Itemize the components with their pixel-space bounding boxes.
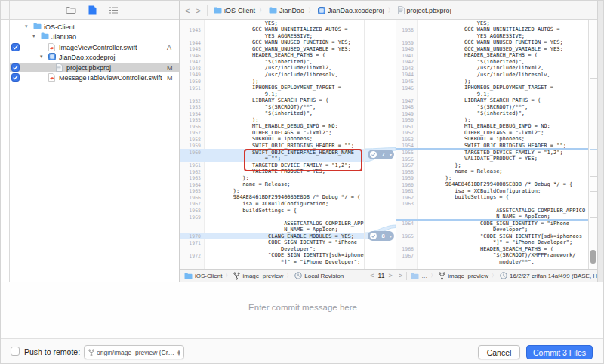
code-text: CODE_SIGN_IDENTITY = "iPhone: [420, 221, 569, 227]
file-checkbox[interactable]: [11, 73, 20, 82]
code-text: buildSettings = {: [420, 194, 509, 200]
check-circle-icon: [370, 151, 377, 158]
code-row: 1954 "$(inherited)",: [180, 110, 364, 117]
tree-item-imageviewcontroller-swift[interactable]: ImageViewController.swiftA: [10, 42, 179, 52]
commit-sheet: < > iOS-Client 〉 JianDao 〉 JianDao.xcode…: [0, 0, 604, 364]
code-row: 1961 isa = XCBuildConfiguration;: [396, 187, 588, 194]
file-checkbox[interactable]: [11, 43, 20, 51]
code-row: 1950 );: [396, 116, 588, 123]
code-row: 1955 );: [180, 116, 364, 123]
jump-bar-local[interactable]: iOS-Client 〉 image_preview 〉 Local Revis…: [184, 270, 344, 282]
back-arrow[interactable]: <: [185, 6, 190, 15]
file-checkbox[interactable]: [11, 63, 20, 72]
code-row: 1955 TARGETED_DEVICE_FAMILY = "1,2";: [396, 149, 588, 156]
code-row: 1952 LIBRARY_SEARCH_PATHS = (: [180, 97, 364, 104]
code-row: 1942 "$(inherited)",: [396, 58, 588, 65]
swift-icon: [48, 43, 55, 53]
change-badge-7[interactable]: 7 ▾: [368, 150, 394, 159]
code-text: YES_AGGRESSIVE;: [420, 33, 525, 39]
code-text: Developer";: [420, 227, 528, 233]
document-view-icon[interactable]: [86, 5, 98, 16]
code-text: /usr/include/libresolv,: [420, 72, 550, 78]
code-text: "$(SRCROOT)/**",: [208, 104, 316, 110]
code-row: 1948 "$(SRCROOT)/**",: [396, 103, 588, 110]
file-icon: [398, 6, 405, 14]
commit-message-placeholder: Enter commit message here: [1, 303, 604, 312]
code-row: YES;: [396, 20, 588, 26]
code-text: "$(SRCROOT)/**",: [420, 104, 528, 110]
code-text: /usr/include/libxml2,: [208, 65, 331, 71]
code-text: GCC_WARN_UNUSED_FUNCTION = YES;: [420, 39, 563, 45]
code-text: VALIDATE_PRODUCT = YES;: [420, 156, 538, 162]
next-change-button[interactable]: >: [388, 272, 392, 279]
status-badge: A: [167, 44, 171, 51]
code-text: };: [420, 175, 451, 181]
code-row: 1947 "$(inherited)",: [180, 58, 364, 65]
commit-button[interactable]: Commit 3 Files: [526, 345, 593, 359]
scrollbar[interactable]: [588, 20, 597, 269]
code-text: "$(SRCROOT)/XMPPFramework/: [420, 252, 576, 258]
code-row: 1972 "CODE_SIGN_IDENTITY[sdk=iphoneos: [180, 252, 364, 259]
code-row: 1958 SDKROOT = iphoneos;: [180, 136, 364, 143]
tree-item-jiandao-xcodeproj[interactable]: ▾JianDao.xcodeproj: [10, 52, 179, 62]
sidebar-toolbar: [65, 1, 119, 20]
diff-change-marker: [396, 219, 588, 221]
commit-message-field[interactable]: Enter commit message here: [1, 282, 604, 338]
code-text: GCC_WARN_UNUSED_VARIABLE = YES;: [208, 46, 351, 52]
code-text: ASSETCATALOG_COMPILER_APPICO: [208, 221, 365, 227]
tree-item-ios-client[interactable]: ▾iOS-Client: [10, 22, 179, 32]
chevron-right-icon[interactable]: >: [399, 272, 402, 279]
code-row: 1945 );: [396, 78, 588, 85]
push-to-remote-label: Push to remote:: [24, 347, 80, 356]
tree-item-jiandao[interactable]: ▾JianDao: [10, 32, 179, 42]
code-text: GCC_WARN_UNUSED_VARIABLE = YES;: [420, 46, 563, 52]
folder-view-icon[interactable]: [65, 5, 77, 16]
tree-item-messagetableviewcontroller-swift[interactable]: MessageTableViewController.swiftM: [10, 72, 179, 82]
tree-item-label: JianDao: [51, 33, 76, 41]
sidebar-right-border: [179, 1, 180, 282]
change-navigator: < 11 >: [365, 270, 397, 282]
code-row: 1957 };: [396, 162, 588, 168]
tree-item-project-pbxproj[interactable]: project.pbxprojM: [10, 63, 179, 72]
forward-arrow[interactable]: >: [196, 6, 200, 15]
code-row: 1966 HEADER_SEARCH_PATHS = (: [396, 245, 588, 252]
folder-icon: [33, 23, 42, 31]
code-text: );: [208, 79, 258, 85]
tree-item-label: iOS-Client: [44, 23, 75, 31]
cancel-button[interactable]: Cancel: [478, 345, 520, 359]
scrollbar-thumb[interactable]: [590, 250, 596, 264]
code-text: *]" = "iPhone Developer";: [420, 239, 572, 245]
breadcrumb-item-ios-client[interactable]: iOS-Client: [214, 7, 255, 14]
breadcrumb-item-pbxproj[interactable]: project.pbxproj: [398, 6, 451, 14]
jump-bar-base[interactable]: > … 〉 image_preview 〉 16/2/27 crifan 14a…: [399, 270, 604, 282]
code-row: N_NAME = AppIcon;: [180, 227, 364, 233]
remote-branch-popup[interactable]: origin/image_preview (Cr… ▲▼: [84, 345, 184, 359]
code-text: "$(inherited)",: [420, 59, 525, 65]
code-text: );: [420, 117, 470, 123]
push-to-remote-checkbox[interactable]: [11, 347, 20, 356]
breadcrumb-separator: 〉: [307, 6, 315, 14]
change-badge-8[interactable]: 8 ▾: [368, 231, 394, 241]
list-view-icon[interactable]: [107, 5, 119, 16]
code-text: ASSETCATALOG_COMPILER_APPICO: [420, 208, 585, 214]
chevron-down-icon: ▾: [390, 152, 392, 157]
diff-pane-local[interactable]: YES;1943 GCC_WARN_UNINITIALIZED_AUTOS = …: [180, 20, 365, 269]
disclosure-triangle-icon[interactable]: ▾: [40, 54, 43, 60]
code-text: CLANG_ENABLE_MODULES = YES;: [208, 233, 354, 239]
diff-pane-base[interactable]: YES;1938 GCC_WARN_UNINITIALIZED_AUTOS = …: [396, 20, 588, 269]
disclosure-triangle-icon[interactable]: ▾: [25, 23, 28, 29]
code-text: OTHER_LDFLAGS = "-lxml2";: [208, 130, 331, 136]
header-bar: < > iOS-Client 〉 JianDao 〉 JianDao.xcode…: [1, 1, 597, 20]
code-row: 1956 MTL_ENABLE_DEBUG_INFO = NO;: [180, 123, 364, 130]
code-row: 1944 GCC_WARN_UNUSED_FUNCTION = YES;: [180, 39, 364, 46]
code-text: YES;: [420, 20, 490, 26]
code-row: 1956 VALIDATE_PRODUCT = YES;: [396, 156, 588, 162]
clock-icon: [294, 272, 302, 279]
breadcrumb-item-xcodeproj[interactable]: JianDao.xcodeproj: [318, 7, 384, 14]
code-row: 1949 "$(inherited)",: [396, 110, 588, 117]
prev-change-button[interactable]: <: [370, 272, 374, 279]
code-row: 1959 SWIFT_OBJC_BRIDGING_HEADER = "";: [180, 142, 364, 149]
code-row: 9.1;: [180, 91, 364, 97]
breadcrumb-item-jiandao[interactable]: JianDao: [269, 7, 304, 14]
disclosure-triangle-icon[interactable]: ▾: [32, 33, 35, 39]
